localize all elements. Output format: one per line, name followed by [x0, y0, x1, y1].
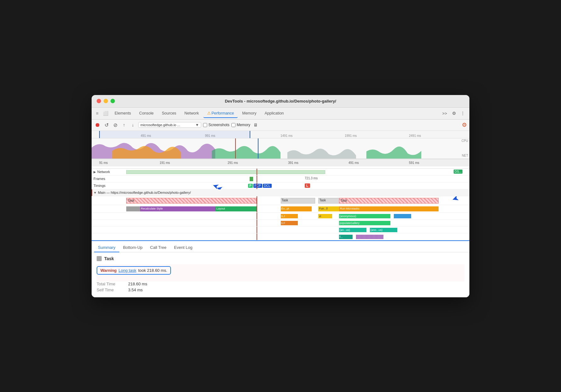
tab-network[interactable]: Network: [181, 109, 203, 117]
warn-icon: ⚠: [207, 111, 211, 115]
f-bar[interactable]: f...: [339, 235, 353, 239]
bottom-tab-bar: Summary Bottom-Up Call Tree Event Log: [92, 241, 469, 252]
lower-491: 491 ms: [348, 161, 359, 165]
timeline-area: 491 ms 991 ms 1491 ms 1991 ms 2491 ms: [92, 131, 469, 169]
lower-91: 91 ms: [99, 161, 108, 165]
populate-bar[interactable]: populateGallery: [339, 221, 391, 225]
time-label: 721.3 ms: [305, 176, 318, 180]
tab-memory[interactable]: Memory: [238, 109, 260, 117]
red-vline-sub2: [257, 220, 257, 226]
blue-marker-1: [258, 138, 258, 159]
timings-row: Timings P FCP DCL L ➤ ➤: [92, 182, 469, 189]
lower-191: 191 ms: [160, 161, 170, 165]
timings-label[interactable]: Timings: [92, 184, 126, 188]
tab-elements[interactable]: Elements: [111, 109, 135, 117]
lower-591: 591 ms: [409, 161, 419, 165]
ds-badge: DS...: [454, 170, 462, 173]
anon-bar[interactable]: (anonymous): [339, 214, 391, 218]
timeline-range-marker[interactable]: [92, 131, 469, 138]
red-vline-sub1: [257, 213, 257, 219]
flamechart: ▶ Network DS... Frames: [92, 169, 469, 241]
record-button[interactable]: ⏺: [94, 121, 101, 128]
tab-call-tree[interactable]: Call Tree: [146, 243, 170, 252]
lower-ruler: 91 ms 191 ms 291 ms 391 ms 491 ms 591 ms: [92, 159, 469, 166]
more-tabs-button[interactable]: >>: [440, 110, 450, 117]
clear-button[interactable]: ⊘: [112, 121, 119, 128]
net-label: NET: [462, 154, 468, 157]
warning-label: Warning: [100, 268, 117, 273]
recalc-row: Recalculate Style Layout Ev...pt Fun...l…: [92, 205, 469, 213]
subtask-track-2: ti.F populateGallery: [126, 220, 469, 226]
url-dropdown-icon[interactable]: ▼: [196, 123, 199, 127]
maximize-button[interactable]: [110, 99, 115, 103]
task-bar-2[interactable]: Task: [281, 198, 315, 204]
timing-markers: P FCP DCL: [248, 184, 272, 188]
event-bar[interactable]: Ev...pt: [281, 206, 312, 211]
device-icon[interactable]: ⬜: [101, 109, 110, 117]
long-task-link[interactable]: Long task: [119, 268, 136, 273]
upload-button[interactable]: ↑: [121, 121, 128, 128]
vi-bar[interactable]: vi: [318, 214, 332, 218]
minimize-button[interactable]: [104, 99, 108, 103]
tab-bottom-up[interactable]: Bottom-Up: [119, 243, 146, 252]
subtask-row-1: ti.J vi (anonymous): [92, 213, 469, 220]
upper-ruler: 491 ms 991 ms 1491 ms 1991 ms 2491 ms: [92, 131, 469, 138]
tif-bar[interactable]: ti.F: [281, 221, 298, 225]
inspect-icon[interactable]: ⌗: [94, 109, 100, 117]
capture-icon[interactable]: 🖥: [252, 121, 259, 128]
screenshots-checkbox-group: Screenshots: [203, 123, 230, 127]
tab-performance[interactable]: ⚠Performance: [203, 109, 238, 118]
tab-application[interactable]: Application: [261, 109, 287, 117]
warning-text: took 218.60 ms.: [138, 268, 167, 273]
devtools-tab-bar: ⌗ ⬜ Elements Console Sources Network ⚠Pe…: [92, 108, 469, 120]
network-label[interactable]: ▶ Network: [92, 170, 126, 174]
menu-icon[interactable]: ⋮: [459, 109, 467, 117]
self-time-label: Self Time: [97, 288, 122, 292]
memory-label: Memory: [237, 123, 250, 127]
run-microtasks-bar[interactable]: Run Microtasks: [339, 206, 439, 211]
expand-icon-main[interactable]: ▼: [94, 191, 97, 194]
red-vline-sub3: [257, 227, 257, 233]
red-vline-frames: [257, 176, 257, 182]
recalc-bar[interactable]: Recalculate Style: [140, 206, 216, 211]
url-filter[interactable]: microsoftedge.github.io ... ▼: [138, 122, 201, 128]
task-icon: [97, 256, 102, 261]
timings-track: P FCP DCL L: [126, 182, 469, 189]
tab-console[interactable]: Console: [135, 109, 157, 117]
self-time-value: 3.54 ms: [128, 288, 143, 292]
expand-icon[interactable]: ▶: [94, 170, 96, 174]
task-row-1: Task Task Task Task ➤: [92, 196, 469, 205]
task-bar-1[interactable]: Task: [126, 198, 257, 204]
subtask-row-3: (an...us) (ano...us): [92, 227, 469, 233]
tab-event-log[interactable]: Event Log: [170, 243, 196, 252]
frames-label[interactable]: Frames: [92, 177, 126, 181]
layout-bar[interactable]: Layout: [215, 206, 253, 211]
task-bar-4[interactable]: Task: [339, 198, 439, 204]
cpu-chart: CPU NET: [92, 138, 469, 159]
frames-row: Frames 721.3 ms: [92, 176, 469, 182]
tij-bar[interactable]: ti.J: [281, 214, 298, 218]
tab-summary[interactable]: Summary: [94, 243, 119, 252]
main-header-row: ▼ Main — https://microsoftedge.github.io…: [92, 189, 469, 196]
task-track-1: Task Task Task Task ➤: [126, 196, 469, 205]
anus1-bar[interactable]: (an...us): [339, 228, 366, 232]
tab-sources[interactable]: Sources: [158, 109, 180, 117]
memory-checkbox[interactable]: [231, 123, 235, 127]
gear-icon[interactable]: ⚙: [462, 121, 467, 128]
close-button[interactable]: [97, 99, 101, 103]
p-marker: P: [248, 184, 253, 188]
self-time-row: Self Time 3.54 ms: [97, 288, 464, 292]
subtask-track-3: (an...us) (ano...us): [126, 227, 469, 233]
main-label[interactable]: ▼ Main — https://microsoftedge.github.io…: [92, 191, 193, 194]
download-button[interactable]: ↓: [129, 121, 136, 128]
total-time-row: Total Time 218.60 ms: [97, 282, 464, 286]
anus2-bar[interactable]: (ano...us): [370, 228, 397, 232]
reload-button[interactable]: ↺: [103, 121, 110, 128]
red-vline-sub4: [257, 233, 257, 240]
subtask-track-1: ti.J vi (anonymous): [126, 213, 469, 219]
devtools-window: DevTools - microsoftedge.github.io/Demos…: [92, 95, 469, 297]
settings-icon[interactable]: ⚙: [450, 109, 458, 117]
title-bar: DevTools - microsoftedge.github.io/Demos…: [92, 95, 469, 108]
lower-391: 391 ms: [288, 161, 298, 165]
screenshots-checkbox[interactable]: [203, 123, 207, 127]
